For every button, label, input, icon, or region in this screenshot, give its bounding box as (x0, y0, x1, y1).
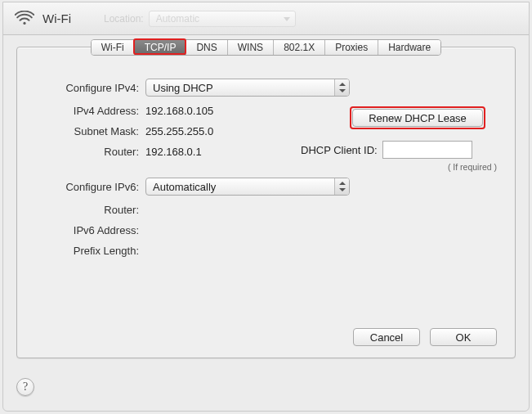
network-prefs-window: Wi-Fi Location: Automatic Wi-FiTCP/IPDNS… (2, 2, 530, 412)
tcpip-sheet: Wi-FiTCP/IPDNSWINS802.1XProxiesHardware … (16, 47, 516, 358)
dhcp-client-id-input[interactable] (382, 141, 472, 159)
select-arrows-icon (334, 178, 349, 195)
ghost-location-value: Automatic (156, 13, 199, 25)
tab-dns[interactable]: DNS (186, 40, 227, 55)
prefix-length-label: Prefix Length: (35, 245, 145, 257)
ghost-location-select: Automatic (149, 11, 296, 27)
ok-button[interactable]: OK (430, 328, 497, 346)
configure-ipv4-label: Configure IPv4: (35, 82, 145, 94)
title: Wi-Fi (42, 11, 71, 25)
sheet-content: Configure IPv4: Using DHCP IPv4 Address:… (17, 65, 515, 358)
help-button[interactable]: ? (16, 378, 34, 396)
tab-hardware[interactable]: Hardware (378, 40, 440, 55)
cancel-button[interactable]: Cancel (353, 328, 420, 346)
select-arrows-icon (334, 79, 349, 96)
tab-bar: Wi-FiTCP/IPDNSWINS802.1XProxiesHardware (17, 39, 515, 56)
ipv6-router-label: Router: (35, 204, 145, 216)
configure-ipv6-select[interactable]: Automatically (145, 178, 350, 196)
ipv4-router-value: 192.168.0.1 (145, 146, 202, 158)
tab-tcp-ip[interactable]: TCP/IP (135, 40, 187, 55)
tab-802-1x[interactable]: 802.1X (274, 40, 325, 55)
dhcp-client-id-hint: ( If required ) (350, 162, 497, 172)
renew-dhcp-lease-button[interactable]: Renew DHCP Lease (352, 109, 483, 127)
tab-wins[interactable]: WINS (228, 40, 274, 55)
sheet-footer: Cancel OK (353, 328, 497, 346)
wifi-icon (15, 11, 34, 27)
ipv6-address-label: IPv6 Address: (35, 224, 145, 236)
subnet-mask-label: Subnet Mask: (35, 125, 145, 137)
subnet-mask-value: 255.255.255.0 (145, 125, 213, 137)
configure-ipv6-label: Configure IPv6: (35, 181, 145, 193)
ghost-location-label: Location: (104, 13, 144, 25)
dhcp-column: Renew DHCP Lease DHCP Client ID: ( If re… (350, 106, 497, 172)
dhcp-client-id-label: DHCP Client ID: (301, 144, 378, 156)
configure-ipv6-value: Automatically (153, 181, 216, 193)
tab-wi-fi[interactable]: Wi-Fi (92, 40, 135, 55)
ipv4-router-label: Router: (35, 146, 145, 158)
tab-proxies[interactable]: Proxies (325, 40, 378, 55)
renew-highlight: Renew DHCP Lease (350, 106, 485, 129)
configure-ipv4-select[interactable]: Using DHCP (145, 79, 350, 97)
ipv4-address-label: IPv4 Address: (35, 105, 145, 117)
titlebar: Wi-Fi Location: Automatic (3, 2, 529, 35)
configure-ipv4-value: Using DHCP (153, 82, 213, 94)
ipv4-address-value: 192.168.0.105 (145, 105, 213, 117)
